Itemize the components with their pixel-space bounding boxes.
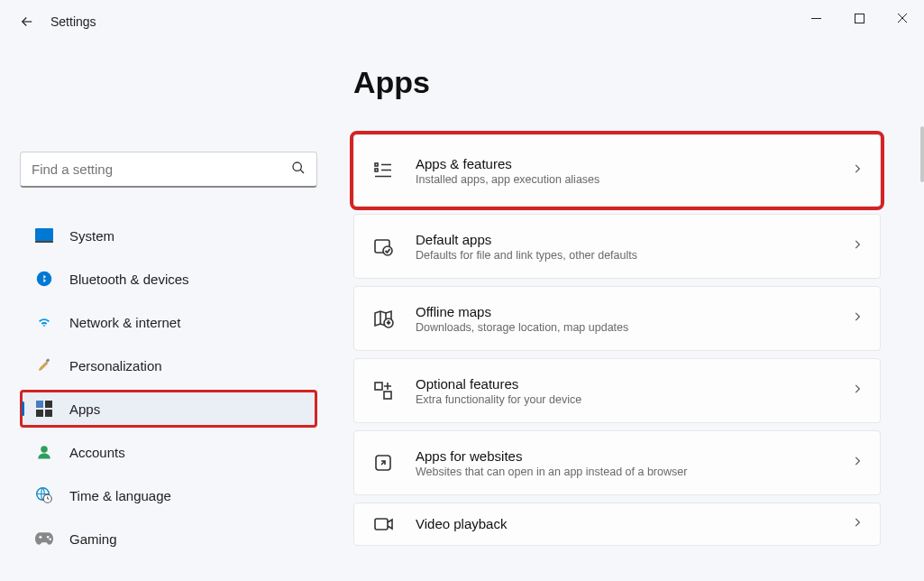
svg-rect-7 bbox=[45, 401, 52, 408]
svg-rect-0 bbox=[855, 14, 864, 23]
svg-point-1 bbox=[293, 162, 301, 171]
map-icon bbox=[371, 306, 396, 331]
card-apps-for-websites[interactable]: Apps for websites Websites that can open… bbox=[353, 430, 881, 495]
svg-rect-23 bbox=[375, 519, 388, 530]
maximize-button[interactable] bbox=[837, 0, 881, 36]
sidebar-item-label: Apps bbox=[69, 401, 100, 417]
card-text: Apps & features Installed apps, app exec… bbox=[416, 156, 831, 186]
sidebar-item-system[interactable]: System bbox=[20, 217, 317, 254]
svg-rect-21 bbox=[384, 392, 391, 399]
monitor-icon bbox=[35, 226, 53, 244]
apps-icon bbox=[35, 400, 53, 418]
sidebar-item-network[interactable]: Network & internet bbox=[20, 303, 317, 341]
svg-rect-15 bbox=[375, 163, 378, 166]
sidebar-item-accounts[interactable]: Accounts bbox=[20, 433, 317, 471]
card-title: Optional features bbox=[416, 376, 831, 392]
card-text: Default apps Defaults for file and link … bbox=[416, 232, 831, 262]
card-title: Apps for websites bbox=[416, 448, 831, 464]
maximize-icon bbox=[855, 14, 865, 23]
minimize-button[interactable] bbox=[794, 0, 837, 36]
svg-point-13 bbox=[47, 536, 50, 539]
card-desc: Websites that can open in an app instead… bbox=[416, 466, 831, 478]
card-desc: Defaults for file and link types, other … bbox=[416, 249, 831, 262]
sidebar-item-label: Network & internet bbox=[69, 315, 180, 330]
gamepad-icon bbox=[35, 530, 53, 548]
bluetooth-icon bbox=[35, 270, 53, 288]
arrow-left-icon bbox=[19, 14, 35, 30]
sidebar-item-apps[interactable]: Apps bbox=[20, 390, 317, 428]
nav-list: System Bluetooth & devices Network & int… bbox=[20, 217, 317, 558]
websites-icon bbox=[371, 450, 396, 475]
card-video-playback[interactable]: Video playback bbox=[353, 503, 881, 546]
card-offline-maps[interactable]: Offline maps Downloads, storage location… bbox=[353, 286, 881, 351]
chevron-right-icon bbox=[851, 455, 864, 471]
card-text: Apps for websites Websites that can open… bbox=[416, 448, 831, 478]
page-title: Apps bbox=[353, 65, 881, 100]
close-icon bbox=[897, 13, 908, 23]
card-text: Optional features Extra functionality fo… bbox=[416, 376, 831, 406]
titlebar: Settings bbox=[0, 0, 924, 43]
globe-clock-icon bbox=[35, 486, 53, 504]
video-icon bbox=[371, 512, 396, 537]
search-box[interactable] bbox=[20, 152, 317, 188]
window-controls bbox=[794, 0, 924, 36]
sidebar-item-label: Time & language bbox=[69, 488, 171, 503]
card-desc: Installed apps, app execution aliases bbox=[416, 173, 831, 186]
defaults-icon bbox=[371, 234, 396, 259]
card-title: Video playback bbox=[416, 516, 831, 531]
account-icon bbox=[35, 443, 53, 461]
scrollbar-thumb[interactable] bbox=[920, 126, 924, 182]
svg-rect-3 bbox=[35, 241, 53, 243]
minimize-icon bbox=[811, 14, 821, 23]
chevron-right-icon bbox=[851, 238, 864, 254]
list-icon bbox=[371, 158, 396, 183]
chevron-right-icon bbox=[851, 383, 864, 399]
main-content: Apps Apps & features Installed apps, app… bbox=[353, 43, 881, 558]
card-optional-features[interactable]: Optional features Extra functionality fo… bbox=[353, 358, 881, 423]
svg-point-14 bbox=[49, 539, 50, 541]
optional-icon bbox=[371, 378, 396, 403]
chevron-right-icon bbox=[851, 516, 864, 532]
close-button[interactable] bbox=[881, 0, 924, 36]
brush-icon bbox=[35, 356, 53, 374]
card-text: Offline maps Downloads, storage location… bbox=[416, 304, 831, 334]
sidebar-item-label: Gaming bbox=[69, 531, 117, 547]
sidebar-item-bluetooth[interactable]: Bluetooth & devices bbox=[20, 260, 317, 298]
settings-card-list: Apps & features Installed apps, app exec… bbox=[353, 134, 881, 555]
sidebar-item-label: Accounts bbox=[69, 445, 125, 460]
search-input[interactable] bbox=[32, 161, 291, 177]
sidebar-item-label: Personalization bbox=[69, 358, 162, 374]
sidebar-item-personalization[interactable]: Personalization bbox=[20, 346, 317, 384]
svg-rect-9 bbox=[45, 410, 52, 417]
card-text: Video playback bbox=[416, 516, 831, 533]
sidebar-item-label: System bbox=[69, 228, 114, 244]
back-button[interactable] bbox=[13, 7, 41, 36]
sidebar-item-time-language[interactable]: Time & language bbox=[20, 476, 317, 514]
card-title: Default apps bbox=[416, 232, 831, 247]
card-desc: Downloads, storage location, map updates bbox=[416, 321, 831, 334]
svg-rect-16 bbox=[375, 169, 378, 171]
svg-rect-8 bbox=[36, 410, 43, 417]
chevron-right-icon bbox=[851, 310, 864, 327]
search-icon bbox=[291, 161, 306, 179]
sidebar: System Bluetooth & devices Network & int… bbox=[20, 43, 317, 558]
card-default-apps[interactable]: Default apps Defaults for file and link … bbox=[353, 214, 881, 279]
card-title: Apps & features bbox=[416, 156, 831, 171]
wifi-icon bbox=[35, 313, 53, 331]
card-apps-features[interactable]: Apps & features Installed apps, app exec… bbox=[353, 134, 881, 207]
svg-rect-20 bbox=[375, 383, 382, 390]
card-title: Offline maps bbox=[416, 304, 831, 319]
card-desc: Extra functionality for your device bbox=[416, 393, 831, 406]
chevron-right-icon bbox=[851, 162, 864, 179]
svg-rect-2 bbox=[35, 228, 53, 241]
sidebar-item-gaming[interactable]: Gaming bbox=[20, 520, 317, 558]
app-title: Settings bbox=[50, 14, 96, 29]
sidebar-item-label: Bluetooth & devices bbox=[69, 272, 189, 287]
svg-point-10 bbox=[41, 446, 48, 453]
svg-point-4 bbox=[37, 272, 52, 287]
svg-rect-6 bbox=[36, 401, 43, 408]
